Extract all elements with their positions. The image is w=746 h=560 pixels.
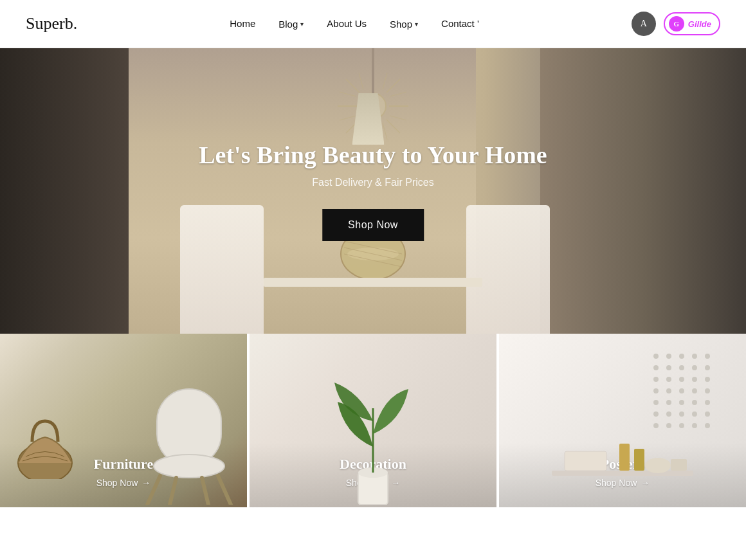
chevron-down-icon: ▾ [300,21,304,28]
svg-point-41 [705,365,710,370]
table-top [264,278,482,287]
svg-line-12 [383,123,387,140]
category-card-posters[interactable]: Posters Shop Now → [496,334,746,507]
svg-rect-72 [671,459,687,471]
svg-line-5 [346,79,359,93]
chevron-down-icon: ▾ [415,21,418,28]
svg-point-57 [653,411,659,417]
categories-section: Furniture Shop Now → Decorati [0,334,746,507]
svg-point-71 [645,458,671,473]
svg-point-34 [679,354,684,359]
svg-line-15 [390,92,406,96]
posters-shelf [552,437,693,491]
furniture-basket [16,415,74,482]
svg-point-55 [692,400,697,405]
brand-logo[interactable]: Superb. [26,14,77,33]
svg-point-38 [666,365,671,370]
svg-rect-70 [634,449,644,471]
hero-cta-button[interactable]: Shop Now [322,209,424,241]
svg-point-50 [692,388,697,393]
nav-item-blog[interactable]: Blog ▾ [278,19,304,30]
nav-link-contact[interactable]: Contact ' [441,18,479,29]
brand-name: Superb [26,14,73,33]
nav-item-contact[interactable]: Contact ' [441,18,479,30]
svg-point-51 [705,388,710,393]
svg-line-16 [390,116,406,120]
svg-line-13 [340,92,356,96]
svg-point-36 [705,354,710,359]
svg-rect-69 [619,444,630,471]
svg-point-61 [705,411,710,417]
navbar-right: A G Gillde [632,12,720,36]
posters-dot-grid [650,350,727,436]
svg-point-62 [653,423,659,428]
hero-right-panel [540,48,746,334]
nav-menu: Home Blog ▾ About Us Shop ▾ Contact ' [230,18,479,30]
hero-section: Let's Bring Beauty to Your Home Fast Del… [0,48,746,334]
gillde-badge[interactable]: G Gillde [664,12,720,35]
svg-point-59 [679,411,684,417]
svg-point-53 [666,400,671,405]
svg-point-37 [653,365,659,370]
svg-point-32 [653,354,659,359]
svg-point-60 [692,411,697,417]
svg-point-58 [666,411,671,417]
svg-point-54 [679,400,684,405]
svg-line-27 [202,478,208,505]
nav-link-blog[interactable]: Blog ▾ [278,19,304,30]
svg-point-48 [666,388,671,393]
svg-point-49 [679,388,684,393]
svg-point-56 [705,400,710,405]
svg-line-9 [359,73,363,89]
navbar: Superb. Home Blog ▾ About Us Shop ▾ Cont… [0,0,746,48]
avatar[interactable]: A [632,12,656,36]
nav-link-home[interactable]: Home [230,18,255,29]
svg-rect-68 [565,451,606,471]
svg-point-64 [679,423,684,428]
lamp-icon [372,48,374,100]
svg-point-45 [692,377,697,382]
svg-point-42 [653,377,659,382]
decoration-plant [331,357,415,507]
svg-point-52 [653,400,659,405]
svg-point-39 [679,365,684,370]
svg-line-25 [147,476,160,505]
category-card-decoration[interactable]: Decoration Shop Now → [247,334,496,507]
nav-item-shop[interactable]: Shop ▾ [390,19,418,30]
svg-point-65 [692,423,697,428]
svg-rect-67 [552,471,693,476]
nav-item-home[interactable]: Home [230,18,255,30]
hero-subtitle: Fast Delivery & Fair Prices [199,177,547,188]
svg-point-46 [705,377,710,382]
svg-point-63 [666,423,671,428]
svg-line-6 [387,120,400,133]
svg-line-14 [340,116,356,120]
hero-title: Let's Bring Beauty to Your Home [199,141,547,169]
svg-point-33 [666,354,671,359]
svg-line-10 [383,73,387,89]
nav-link-shop[interactable]: Shop ▾ [390,19,418,30]
svg-point-40 [692,365,697,370]
svg-line-28 [218,476,231,505]
svg-point-47 [653,388,659,393]
svg-point-66 [705,423,710,428]
svg-point-24 [154,455,224,478]
gillde-label: Gillde [688,19,711,29]
svg-line-26 [170,478,176,505]
nav-item-about[interactable]: About Us [327,18,367,30]
hero-content: Let's Bring Beauty to Your Home Fast Del… [199,141,547,241]
nav-link-about[interactable]: About Us [327,18,367,29]
category-card-furniture[interactable]: Furniture Shop Now → [0,334,247,507]
hero-left-panel [0,48,129,334]
svg-point-44 [679,377,684,382]
furniture-chair [138,376,241,507]
svg-point-35 [692,354,697,359]
gillde-icon: G [669,16,684,32]
svg-point-43 [666,377,671,382]
svg-line-7 [387,79,400,93]
